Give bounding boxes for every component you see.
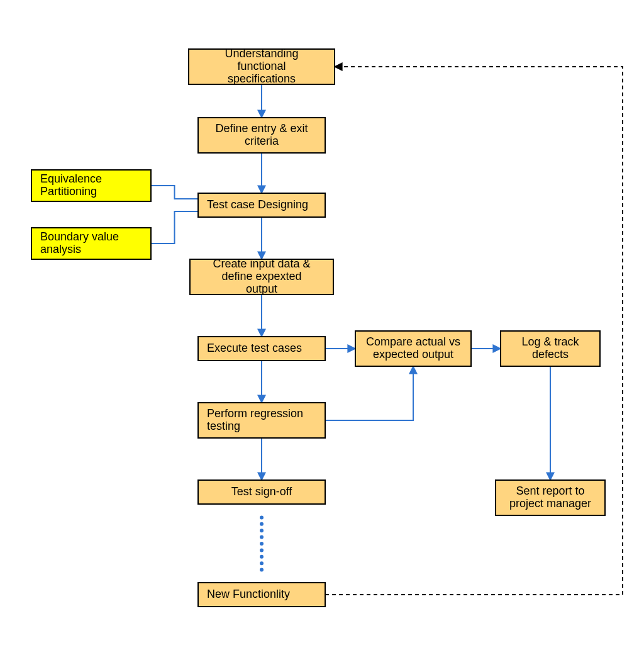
edge-signoff-to-newfunc-dots-dot [260,548,264,552]
edge-signoff-to-newfunc-dots-dot [260,522,264,526]
node-logTrack: Log & trackdefects [501,331,600,366]
node-testCaseDesign: Test case Designing [198,193,325,217]
node-label-eqPart: EquivalencePartitioning [40,172,102,198]
node-regression: Perform regressiontesting [198,403,325,438]
node-createInput: Create input data &define expextedoutput [190,257,333,295]
node-label-testCaseDesign: Test case Designing [207,198,308,211]
edge-regression-to-compare [325,366,413,420]
edge-signoff-to-newfunc-dots-dot [260,561,264,565]
edge-signoff-to-newfunc-dots-dot [260,535,264,539]
node-compare: Compare actual vsexpected output [355,331,471,366]
flowchart-diagram: UnderstandingfunctionalspecificationsDef… [0,0,644,667]
node-defineCriteria: Define entry & exitcriteria [198,118,325,153]
node-boundary: Boundary valueanalysis [31,228,151,259]
edge-boundary-to-design [151,211,198,244]
node-label-signoff: Test sign-off [231,485,293,498]
edge-eqpart-to-design [151,186,198,199]
edge-signoff-to-newfunc-dots-dot [260,568,264,572]
node-label-sentReport: Sent report toproject manager [509,485,591,510]
edge-signoff-to-newfunc-dots-dot [260,515,264,519]
edge-signoff-to-newfunc-dots-dot [260,555,264,559]
edge-signoff-to-newfunc-dots-dot [260,542,264,546]
node-label-newFunc: New Functionlity [207,588,290,600]
node-signoff: Test sign-off [198,480,325,504]
node-execute: Execute test cases [198,337,325,361]
edge-signoff-to-newfunc-dots-dot [260,529,264,532]
node-sentReport: Sent report toproject manager [496,480,605,515]
node-newFunc: New Functionlity [198,583,325,607]
node-understanding: Understandingfunctionalspecifications [189,47,335,85]
node-label-execute: Execute test cases [207,342,302,354]
node-eqPart: EquivalencePartitioning [31,170,151,201]
node-label-compare: Compare actual vsexpected output [366,335,460,361]
